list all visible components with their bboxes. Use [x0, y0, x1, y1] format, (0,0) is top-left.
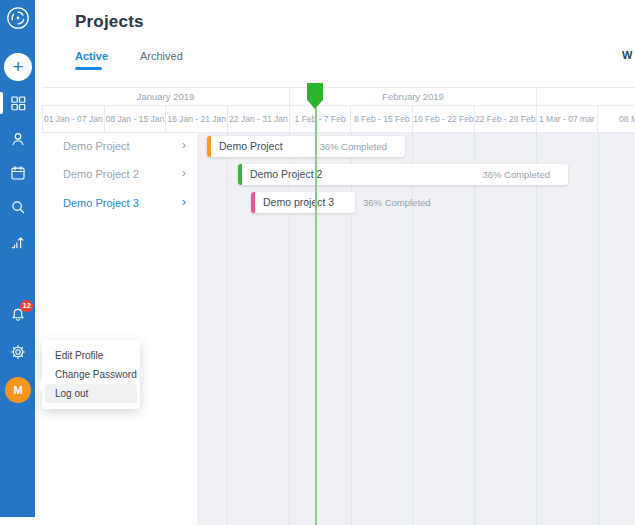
menu-item-log-out[interactable]: Log out — [45, 384, 137, 403]
week-cell: 1 Mar - 07 mar — [536, 106, 598, 133]
week-cell: 22 Feb - 28 Feb — [474, 106, 536, 133]
today-line — [315, 108, 317, 525]
page-title: Projects — [75, 12, 144, 32]
gantt-bar[interactable]: Demo Project 36% Completed — [207, 136, 405, 157]
bar-label: Demo project 3 — [263, 192, 334, 213]
timeline-month-row: January 2019 February 2019 — [42, 87, 635, 106]
chevron-right-icon[interactable]: › — [182, 166, 186, 180]
bar-accent — [251, 192, 255, 213]
tab-active[interactable]: Active — [75, 50, 108, 62]
chevron-right-icon[interactable]: › — [182, 195, 186, 209]
user-avatar[interactable]: M — [5, 377, 31, 403]
week-view-selector[interactable]: W — [622, 49, 632, 61]
profile-menu: Edit Profile Change Password Log out — [42, 340, 140, 409]
bar-accent — [207, 136, 211, 157]
gantt-bar[interactable]: Demo Project 2 36% Completed — [238, 164, 568, 185]
timeline-week-row: 01 Jan - 07 Jan 08 Jan - 15 Jan 16 Jan -… — [42, 106, 635, 133]
project-name: Demo Project 3 — [63, 197, 139, 209]
calendar-icon — [9, 164, 27, 182]
month-cell: February 2019 — [289, 88, 536, 105]
project-list-item[interactable]: Demo Project › — [63, 139, 186, 153]
project-name: Demo Project — [63, 140, 130, 152]
grid-line — [598, 133, 599, 525]
month-cell — [536, 88, 635, 105]
sidebar-item-growth[interactable] — [0, 230, 35, 254]
week-cell: 22 Jan - 31 Jan — [227, 106, 289, 133]
bar-label: Demo Project — [219, 136, 283, 157]
growth-icon — [9, 233, 27, 251]
week-cell: 08 Jan - 15 Jan — [104, 106, 166, 133]
week-cell: 01 Jan - 07 Jan — [42, 106, 104, 133]
tab-archived[interactable]: Archived — [140, 50, 183, 62]
month-cell: January 2019 — [42, 88, 289, 105]
app-logo[interactable] — [0, 6, 35, 30]
week-cell: 16 Feb - 22 Feb — [412, 106, 474, 133]
grid-line — [536, 133, 537, 525]
gear-icon — [9, 343, 27, 361]
search-icon — [9, 198, 27, 216]
gantt-bar[interactable]: Demo project 3 — [251, 192, 355, 213]
plus-icon: + — [12, 56, 23, 77]
sidebar-item-calendar[interactable] — [0, 161, 35, 185]
active-tab-underline — [75, 67, 102, 70]
week-cell: 8 Feb - 15 Feb — [350, 106, 412, 133]
project-name: Demo Project 2 — [63, 168, 139, 180]
grid-line — [227, 133, 228, 525]
sidebar-item-dashboard[interactable] — [0, 91, 35, 115]
app-sidebar: + — [0, 0, 35, 517]
project-list-item[interactable]: Demo Project 3 › — [63, 196, 186, 210]
menu-arrow — [35, 380, 42, 392]
chevron-right-icon[interactable]: › — [182, 138, 186, 152]
person-icon — [9, 130, 27, 148]
sidebar-item-search[interactable] — [0, 195, 35, 219]
menu-item-edit-profile[interactable]: Edit Profile — [42, 346, 140, 365]
grid-icon — [9, 94, 27, 112]
week-cell: 1 Feb - 7 Feb — [289, 106, 351, 133]
week-cell: 08 M — [597, 106, 635, 133]
sidebar-item-settings[interactable] — [0, 340, 35, 364]
project-list-item[interactable]: Demo Project 2 › — [63, 167, 186, 181]
sidebar-item-people[interactable] — [0, 127, 35, 151]
menu-item-change-password[interactable]: Change Password — [42, 365, 140, 384]
bar-progress: 36% Completed — [482, 164, 550, 185]
add-button[interactable]: + — [4, 53, 32, 81]
app-logo-icon — [6, 6, 30, 30]
grid-line — [474, 133, 475, 525]
bar-accent — [238, 164, 242, 185]
bar-progress: 36% Completed — [319, 136, 387, 157]
week-cell: 16 Jan - 21 Jan — [165, 106, 227, 133]
bar-label: Demo Project 2 — [250, 164, 322, 185]
bar-progress: 36% Completed — [363, 192, 431, 213]
